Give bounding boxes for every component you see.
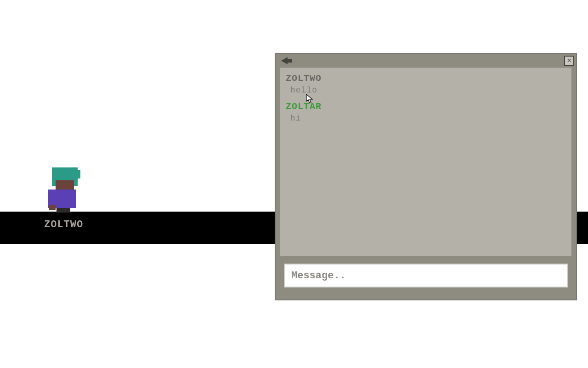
chat-message: ZOLTAR hi <box>286 101 566 123</box>
chat-message-list: ZOLTWO hello ZOLTAR hi <box>280 68 571 256</box>
message-text: hello <box>286 86 566 95</box>
message-input[interactable] <box>284 264 568 288</box>
message-text: hi <box>286 114 566 123</box>
sprite-hair <box>70 170 80 178</box>
player-character-name: ZOLTWO <box>44 219 83 230</box>
chat-message: ZOLTWO hello <box>286 73 566 95</box>
chat-window: ✕ ZOLTWO hello ZOLTAR hi <box>275 53 577 300</box>
back-button[interactable] <box>277 56 291 66</box>
chat-titlebar: ✕ <box>276 54 576 68</box>
message-sender-name: ZOLTWO <box>286 73 566 84</box>
sprite-arm <box>49 205 56 210</box>
close-button[interactable]: ✕ <box>564 56 574 66</box>
close-icon: ✕ <box>567 57 571 64</box>
sprite-face <box>56 180 74 190</box>
player-character-sprite[interactable] <box>48 167 80 213</box>
back-arrow-icon <box>281 57 288 64</box>
sprite-feet <box>56 213 71 215</box>
chat-input-area <box>284 264 568 288</box>
message-sender-name: ZOLTAR <box>286 101 566 112</box>
